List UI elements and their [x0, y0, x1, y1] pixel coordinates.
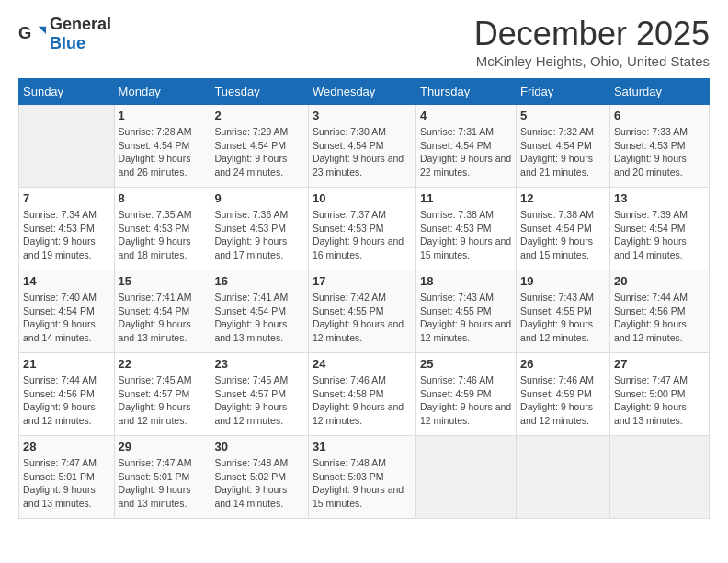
day-number: 26	[520, 357, 606, 371]
day-number: 12	[520, 191, 606, 205]
day-info: Sunrise: 7:38 AMSunset: 4:53 PMDaylight:…	[420, 208, 512, 262]
calendar-cell: 22Sunrise: 7:45 AMSunset: 4:57 PMDayligh…	[114, 353, 210, 436]
day-info: Sunrise: 7:39 AMSunset: 4:54 PMDaylight:…	[614, 208, 705, 262]
day-number: 29	[119, 440, 207, 454]
day-info: Sunrise: 7:40 AMSunset: 4:54 PMDaylight:…	[23, 291, 110, 345]
day-number: 13	[614, 191, 705, 205]
day-info: Sunrise: 7:43 AMSunset: 4:55 PMDaylight:…	[520, 291, 606, 345]
header-saturday: Saturday	[609, 79, 709, 105]
day-number: 20	[614, 274, 705, 288]
day-info: Sunrise: 7:38 AMSunset: 4:54 PMDaylight:…	[520, 208, 606, 262]
day-number: 10	[313, 191, 412, 205]
calendar-cell: 19Sunrise: 7:43 AMSunset: 4:55 PMDayligh…	[517, 270, 610, 353]
calendar-cell: 21Sunrise: 7:44 AMSunset: 4:56 PMDayligh…	[19, 353, 115, 436]
page-header: G General Blue December 2025 McKinley He…	[18, 15, 710, 69]
calendar-cell: 18Sunrise: 7:43 AMSunset: 4:55 PMDayligh…	[415, 270, 516, 353]
calendar-cell: 27Sunrise: 7:47 AMSunset: 5:00 PMDayligh…	[609, 353, 709, 436]
day-info: Sunrise: 7:34 AMSunset: 4:53 PMDaylight:…	[23, 208, 110, 262]
header-monday: Monday	[114, 79, 210, 105]
day-number: 2	[214, 109, 304, 122]
day-number: 4	[420, 109, 512, 122]
calendar-cell: 15Sunrise: 7:41 AMSunset: 4:54 PMDayligh…	[114, 270, 210, 353]
day-info: Sunrise: 7:46 AMSunset: 4:58 PMDaylight:…	[313, 373, 412, 428]
header-tuesday: Tuesday	[210, 79, 309, 105]
logo-general-text: General	[50, 15, 111, 33]
svg-marker-1	[39, 27, 46, 34]
day-number: 3	[313, 109, 412, 122]
day-number: 19	[520, 274, 606, 288]
calendar-cell: 14Sunrise: 7:40 AMSunset: 4:54 PMDayligh…	[19, 270, 115, 353]
day-info: Sunrise: 7:29 AMSunset: 4:54 PMDaylight:…	[214, 125, 304, 179]
day-number: 8	[119, 191, 207, 205]
header-sunday: Sunday	[19, 79, 115, 105]
day-number: 6	[614, 109, 705, 122]
day-number: 31	[313, 440, 412, 454]
day-info: Sunrise: 7:42 AMSunset: 4:55 PMDaylight:…	[313, 291, 412, 345]
day-info: Sunrise: 7:35 AMSunset: 4:53 PMDaylight:…	[119, 208, 207, 262]
header-thursday: Thursday	[415, 79, 516, 105]
day-info: Sunrise: 7:46 AMSunset: 4:59 PMDaylight:…	[420, 373, 512, 428]
calendar-cell	[517, 436, 610, 519]
calendar-week-2: 7Sunrise: 7:34 AMSunset: 4:53 PMDaylight…	[19, 188, 710, 270]
header-friday: Friday	[517, 79, 610, 105]
calendar-table: SundayMondayTuesdayWednesdayThursdayFrid…	[18, 78, 710, 519]
day-info: Sunrise: 7:45 AMSunset: 4:57 PMDaylight:…	[214, 373, 304, 428]
calendar-cell	[19, 105, 115, 188]
calendar-cell: 11Sunrise: 7:38 AMSunset: 4:53 PMDayligh…	[415, 188, 516, 270]
day-info: Sunrise: 7:48 AMSunset: 5:02 PMDaylight:…	[214, 456, 304, 511]
day-number: 27	[614, 357, 705, 371]
calendar-cell: 10Sunrise: 7:37 AMSunset: 4:53 PMDayligh…	[308, 188, 415, 270]
day-info: Sunrise: 7:43 AMSunset: 4:55 PMDaylight:…	[420, 291, 512, 345]
calendar-week-3: 14Sunrise: 7:40 AMSunset: 4:54 PMDayligh…	[19, 270, 710, 353]
svg-text:G: G	[18, 23, 31, 42]
day-info: Sunrise: 7:47 AMSunset: 5:01 PMDaylight:…	[119, 456, 207, 511]
day-number: 11	[420, 191, 512, 205]
calendar-cell: 5Sunrise: 7:32 AMSunset: 4:54 PMDaylight…	[517, 105, 610, 188]
calendar-cell: 7Sunrise: 7:34 AMSunset: 4:53 PMDaylight…	[19, 188, 115, 270]
calendar-week-1: 1Sunrise: 7:28 AMSunset: 4:54 PMDaylight…	[19, 105, 710, 188]
day-info: Sunrise: 7:45 AMSunset: 4:57 PMDaylight:…	[119, 373, 207, 428]
month-title: December 2025	[474, 15, 710, 53]
day-info: Sunrise: 7:37 AMSunset: 4:53 PMDaylight:…	[313, 208, 412, 262]
calendar-cell: 6Sunrise: 7:33 AMSunset: 4:53 PMDaylight…	[609, 105, 709, 188]
day-info: Sunrise: 7:47 AMSunset: 5:01 PMDaylight:…	[23, 456, 110, 511]
calendar-cell: 24Sunrise: 7:46 AMSunset: 4:58 PMDayligh…	[308, 353, 415, 436]
day-number: 14	[23, 274, 110, 288]
day-info: Sunrise: 7:32 AMSunset: 4:54 PMDaylight:…	[520, 125, 606, 179]
day-number: 18	[420, 274, 512, 288]
calendar-cell: 25Sunrise: 7:46 AMSunset: 4:59 PMDayligh…	[415, 353, 516, 436]
day-info: Sunrise: 7:47 AMSunset: 5:00 PMDaylight:…	[614, 373, 705, 428]
calendar-cell: 16Sunrise: 7:41 AMSunset: 4:54 PMDayligh…	[210, 270, 309, 353]
day-number: 28	[23, 440, 110, 454]
day-info: Sunrise: 7:30 AMSunset: 4:54 PMDaylight:…	[313, 125, 412, 179]
calendar-cell: 26Sunrise: 7:46 AMSunset: 4:59 PMDayligh…	[517, 353, 610, 436]
calendar-cell: 28Sunrise: 7:47 AMSunset: 5:01 PMDayligh…	[19, 436, 115, 519]
day-number: 23	[214, 357, 304, 371]
day-info: Sunrise: 7:33 AMSunset: 4:53 PMDaylight:…	[614, 125, 705, 179]
day-number: 25	[420, 357, 512, 371]
day-info: Sunrise: 7:41 AMSunset: 4:54 PMDaylight:…	[119, 291, 207, 345]
day-info: Sunrise: 7:46 AMSunset: 4:59 PMDaylight:…	[520, 373, 606, 428]
calendar-cell: 17Sunrise: 7:42 AMSunset: 4:55 PMDayligh…	[308, 270, 415, 353]
day-number: 24	[313, 357, 412, 371]
day-info: Sunrise: 7:44 AMSunset: 4:56 PMDaylight:…	[23, 373, 110, 428]
calendar-week-5: 28Sunrise: 7:47 AMSunset: 5:01 PMDayligh…	[19, 436, 710, 519]
calendar-week-4: 21Sunrise: 7:44 AMSunset: 4:56 PMDayligh…	[19, 353, 710, 436]
calendar-cell: 13Sunrise: 7:39 AMSunset: 4:54 PMDayligh…	[609, 188, 709, 270]
day-info: Sunrise: 7:31 AMSunset: 4:54 PMDaylight:…	[420, 125, 512, 179]
day-info: Sunrise: 7:41 AMSunset: 4:54 PMDaylight:…	[214, 291, 304, 345]
calendar-cell: 2Sunrise: 7:29 AMSunset: 4:54 PMDaylight…	[210, 105, 309, 188]
day-info: Sunrise: 7:44 AMSunset: 4:56 PMDaylight:…	[614, 291, 705, 345]
calendar-cell: 29Sunrise: 7:47 AMSunset: 5:01 PMDayligh…	[114, 436, 210, 519]
calendar-cell: 1Sunrise: 7:28 AMSunset: 4:54 PMDaylight…	[114, 105, 210, 188]
day-number: 17	[313, 274, 412, 288]
calendar-header-row: SundayMondayTuesdayWednesdayThursdayFrid…	[19, 79, 710, 105]
header-wednesday: Wednesday	[308, 79, 415, 105]
logo: G General Blue	[18, 15, 111, 53]
logo-blue-text: Blue	[50, 34, 85, 52]
day-number: 5	[520, 109, 606, 122]
day-number: 16	[214, 274, 304, 288]
calendar-cell: 20Sunrise: 7:44 AMSunset: 4:56 PMDayligh…	[609, 270, 709, 353]
day-number: 15	[119, 274, 207, 288]
day-info: Sunrise: 7:28 AMSunset: 4:54 PMDaylight:…	[119, 125, 207, 179]
